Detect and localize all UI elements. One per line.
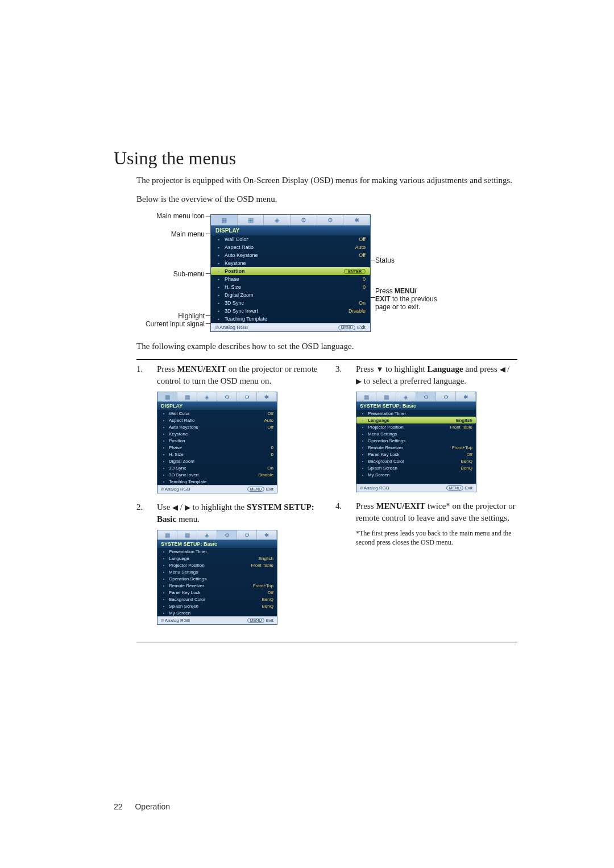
row-icon: ▪ [215,285,222,290]
osd-row: ▪Wall ColorOff [157,410,277,417]
row-value: Off [359,252,366,258]
row-icon: ▪ [215,269,222,274]
row-value: Front+Top [253,583,273,588]
row-icon: ▪ [215,293,222,298]
label-current-input: Current input signal [131,320,205,328]
row-label: Menu Settings [368,431,472,437]
row-icon: ▪ [161,563,167,567]
row-label: Projector Position [169,563,251,568]
osd-tab-3: ◈ [264,215,291,225]
row-value: Off [267,411,273,416]
osd-row: ▪Projector PositionFront Table [356,423,476,430]
osd-tab-4: ⚙ [291,215,317,225]
osd-row: ▪Background ColorBenQ [356,458,476,464]
row-label: Keystone [169,431,273,437]
row-icon: ▪ [215,237,222,242]
row-value: BenQ [461,459,472,464]
right-arrow-icon: ▶ [185,503,190,512]
osd-row: ▪Phase0 [211,275,370,283]
row-icon: ▪ [360,459,366,463]
osd-footer-left: Analog RGB [219,325,248,330]
osd-row: ▪Background ColorBenQ [157,596,277,603]
row-label: Wall Color [225,236,359,242]
row-label: My Screen [368,472,472,477]
row-label: Background Color [169,597,262,602]
row-label: Projector Position [368,425,450,430]
row-label: 3D Sync Invert [169,472,258,477]
row-label: Background Color [368,459,461,464]
row-label: 3D Sync [169,466,267,471]
osd-row: ▪Keystone [157,430,277,437]
osd-row: ▪LanguageEnglish [157,555,277,562]
osd-footer-exit: Exit [357,325,366,330]
right-arrow-icon: ▶ [356,377,362,385]
row-icon: ▪ [161,412,167,416]
row-label: Operation Settings [368,438,472,443]
row-icon: ▪ [215,317,222,322]
osd-row: ▪Position [157,437,277,444]
row-icon: ▪ [215,309,222,314]
row-icon: ▪ [161,597,167,601]
down-arrow-icon: ▼ [376,365,383,373]
row-icon: ▪ [215,261,222,266]
row-label: Aspect Ratio [225,244,355,250]
row-value: Off [466,452,472,457]
osd-row: ▪Presentation Timer [356,410,476,417]
row-value: Front Table [251,563,273,568]
label-main-menu-icon: Main menu icon [136,212,205,220]
osd-row: ▪PositionENTER [211,267,370,275]
step-4: 4. Press MENU/EXIT twice* on the project… [335,500,517,524]
row-label: Position [169,438,273,443]
osd-row: ▪My Screen [356,471,476,478]
osd-row: ▪Menu Settings [356,430,476,437]
row-label: Position [225,268,344,274]
row-label: Operation Settings [169,576,273,582]
row-value: Auto [264,418,273,423]
row-value: BenQ [262,604,273,609]
page-heading: Using the menus [114,148,517,169]
row-value: 0 [363,276,366,282]
osd-display-panel: ▦ ▦ ◈ ⚙ ⚙ ✱ DISPLAY ▪Wall ColorOff▪Aspec… [210,214,371,332]
row-icon: ▪ [161,480,167,484]
row-value: Off [359,236,366,242]
step-2: 2. Use ◀ / ▶ to highlight the SYSTEM SET… [136,501,318,525]
left-arrow-icon: ◀ [500,365,505,373]
row-icon: ▪ [161,446,167,450]
row-icon: ▪ [360,432,366,436]
row-icon: ▪ [161,550,167,554]
osd-row: ▪Remote ReceiverFront+Top [356,444,476,451]
page-footer: 22 Operation [114,802,170,811]
row-value: ENTER [344,268,366,274]
row-icon: ▪ [161,556,167,560]
row-value: 0 [271,452,273,457]
osd-row: ▪Teaching Template [157,478,277,485]
row-label: Aspect Ratio [169,418,264,423]
osd-overview-diagram: Main menu icon Main menu Sub-menu Highli… [136,212,517,331]
row-label: Auto Keystone [225,252,359,258]
osd-row: ▪Phase0 [157,444,277,451]
step-3: 3. Press ▼ to highlight Language and pre… [335,363,517,387]
row-label: Digital Zoom [169,459,273,464]
row-label: Panel Key Lock [368,452,466,457]
row-icon: ▪ [161,466,167,470]
osd-tab-2: ▦ [238,215,264,225]
osd-step1-display: ▦ ▦ ◈ ⚙ ⚙ ✱ DISPLAY ▪Wall ColorOff▪Aspec… [157,392,277,493]
osd-row: ▪Aspect RatioAuto [211,243,370,251]
row-label: Menu Settings [169,570,273,575]
label-highlight: Highlight [136,312,205,320]
row-icon: ▪ [161,432,167,436]
osd-row: ▪Auto KeystoneOff [211,251,370,259]
row-label: Splash Screen [368,466,461,471]
row-icon: ▪ [360,473,366,477]
row-icon: ▪ [161,439,167,443]
osd-row: ▪Auto KeystoneOff [157,423,277,430]
osd-row: ▪Keystone [211,259,370,267]
left-arrow-icon: ◀ [172,503,178,512]
row-label: 3D Sync [225,300,359,306]
row-label: Phase [225,276,363,282]
row-label: H. Size [225,284,363,290]
osd-row: ▪Aspect RatioAuto [157,417,277,423]
osd-step2-system: ▦ ▦ ◈ ⚙ ⚙ ✱ SYSTEM SETUP: Basic ▪Present… [157,530,277,625]
osd-row: ▪Panel Key LockOff [356,451,476,458]
row-icon: ▪ [161,570,167,574]
